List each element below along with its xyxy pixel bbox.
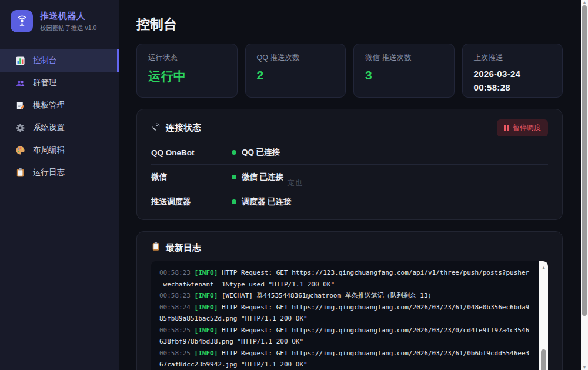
- main-content: 控制台 运行状态 运行中 QQ 推送次数 2 微信 推送次数 3 上次推送 20…: [119, 0, 581, 370]
- stat-card-qq-pushes: QQ 推送次数 2: [245, 44, 346, 98]
- log-time: 00:58:23: [159, 292, 191, 299]
- stats-row: 运行状态 运行中 QQ 推送次数 2 微信 推送次数 3 上次推送 2026-0…: [136, 44, 563, 98]
- pause-button-label: 暂停调度: [513, 123, 541, 133]
- log-line: 00:58:25 [INFO] HTTP Request: GET https:…: [159, 325, 530, 348]
- podcast-icon: [15, 14, 29, 29]
- log-scrollbar[interactable]: ▲: [539, 261, 548, 370]
- stat-card-wechat-pushes: 微信 推送次数 3: [353, 44, 455, 98]
- sidebar-item-label: 模板管理: [33, 100, 65, 111]
- log-time: 00:58:23: [159, 269, 191, 276]
- stat-card-run-status: 运行状态 运行中: [136, 44, 238, 98]
- stat-value: 2026-03-24 00:58:28: [474, 68, 552, 94]
- log-time: 00:58:25: [159, 349, 191, 357]
- users-icon: [15, 78, 25, 88]
- scroll-down-arrow-icon[interactable]: ▼: [581, 365, 588, 369]
- log-line: 00:58:23 [INFO] [WECHAT] 群44535448361@ch…: [159, 290, 530, 302]
- log-level: [INFO]: [195, 269, 218, 276]
- memo-icon: [15, 101, 25, 111]
- sidebar-item-dashboard[interactable]: 控制台: [0, 49, 119, 72]
- scroll-up-arrow-icon[interactable]: ▲: [581, 0, 588, 4]
- connection-status: 微信 已连接: [232, 172, 283, 182]
- latest-logs-panel: 最新日志 00:58:23 [INFO] HTTP Request: GET h…: [136, 231, 563, 370]
- stat-value: 运行中: [148, 68, 226, 85]
- log-level: [INFO]: [195, 349, 218, 357]
- stat-label: 上次推送: [474, 53, 552, 63]
- sidebar-item-templates[interactable]: 模板管理: [0, 94, 119, 116]
- log-level: [INFO]: [195, 292, 218, 299]
- clipboard-icon: [15, 168, 25, 178]
- window-scrollbar[interactable]: ▲ ▼: [581, 0, 588, 370]
- gear-icon: [15, 123, 25, 133]
- sidebar-item-layout-edit[interactable]: 布局编辑: [0, 139, 119, 161]
- log-line: 00:58:25 [INFO] HTTP Request: GET https:…: [159, 348, 530, 370]
- stat-label: 微信 推送次数: [365, 53, 443, 63]
- green-status-dot: [232, 150, 236, 155]
- log-line: 00:58:24 [INFO] HTTP Request: GET https:…: [159, 302, 530, 325]
- palette-icon: [15, 145, 25, 155]
- sidebar-item-label: 控制台: [33, 55, 57, 66]
- scroll-up-arrow-icon[interactable]: ▲: [539, 262, 548, 274]
- connection-panel-title: 连接状态: [166, 122, 201, 134]
- log-time: 00:58:24: [159, 304, 191, 311]
- log-level: [INFO]: [195, 304, 218, 311]
- connection-row-wechat: 微信 微信 已连接: [151, 165, 548, 189]
- connection-status-text: QQ 已连接: [242, 147, 280, 158]
- app-title-group: 推送机器人 校园圈帖子推送 v1.0: [40, 11, 96, 32]
- logs-panel-header: 最新日志: [151, 242, 548, 254]
- stat-value: 3: [365, 68, 443, 82]
- sidebar-item-settings[interactable]: 系统设置: [0, 116, 119, 139]
- bar-chart-icon: [15, 56, 25, 66]
- sidebar-item-label: 布局编辑: [33, 145, 65, 155]
- log-level: [INFO]: [195, 326, 218, 334]
- log-output[interactable]: 00:58:23 [INFO] HTTP Request: GET https:…: [151, 261, 548, 370]
- sidebar-menu: 控制台 群管理: [0, 44, 119, 184]
- logs-panel-title: 最新日志: [166, 242, 201, 254]
- connection-row-scheduler: 推送调度器 调度器 已连接: [151, 189, 548, 214]
- stat-card-last-push: 上次推送 2026-03-24 00:58:28: [462, 44, 563, 98]
- pause-icon: [504, 125, 506, 131]
- clipboard-icon: [151, 242, 161, 254]
- app-logo: [11, 10, 33, 32]
- stat-value: 2: [257, 68, 335, 82]
- sidebar-item-run-logs[interactable]: 运行日志: [0, 161, 119, 184]
- app-subtitle: 校园圈帖子推送 v1.0: [40, 24, 96, 32]
- connection-label: 推送调度器: [151, 196, 232, 207]
- last-push-time: 00:58:28: [474, 81, 552, 95]
- sidebar-item-label: 系统设置: [33, 122, 65, 133]
- connection-status: 调度器 已连接: [232, 196, 292, 207]
- satellite-icon: [151, 122, 161, 134]
- log-line: 00:58:23 [INFO] HTTP Request: GET https:…: [159, 267, 530, 290]
- log-scrollbar-thumb[interactable]: [541, 349, 546, 370]
- sidebar-item-label: 运行日志: [33, 167, 65, 178]
- connection-status-text: 微信 已连接: [242, 172, 283, 182]
- connection-status: QQ 已连接: [232, 147, 280, 158]
- app-logo-block: 推送机器人 校园圈帖子推送 v1.0: [0, 0, 119, 44]
- connection-label: 微信: [151, 172, 232, 182]
- connection-panel-header: 连接状态 暂停调度: [151, 119, 548, 136]
- last-push-date: 2026-03-24: [474, 68, 552, 81]
- pause-scheduler-button[interactable]: 暂停调度: [497, 119, 548, 136]
- stat-label: 运行状态: [148, 53, 226, 63]
- sidebar: 推送机器人 校园圈帖子推送 v1.0 控制台: [0, 0, 119, 370]
- connection-status-panel: 连接状态 暂停调度 QQ OneBot QQ 已连接 微信 微信 已连接: [136, 109, 563, 220]
- green-status-dot: [232, 199, 236, 204]
- connection-rows: QQ OneBot QQ 已连接 微信 微信 已连接 推送调度器 调度器 已连接: [151, 140, 548, 214]
- app-title: 推送机器人: [40, 11, 96, 22]
- page-title: 控制台: [136, 15, 563, 34]
- log-time: 00:58:25: [159, 326, 191, 334]
- connection-status-text: 调度器 已连接: [242, 196, 292, 207]
- connection-label: QQ OneBot: [151, 148, 232, 157]
- sidebar-item-label: 群管理: [33, 78, 57, 88]
- green-status-dot: [232, 175, 236, 179]
- window-scrollbar-thumb[interactable]: [582, 5, 587, 316]
- stat-label: QQ 推送次数: [257, 53, 335, 63]
- sidebar-item-groups[interactable]: 群管理: [0, 72, 119, 94]
- connection-row-qq-onebot: QQ OneBot QQ 已连接: [151, 140, 548, 165]
- log-message: [WECHAT] 群44535448361@chatroom 单条推送笔记（队列…: [222, 292, 435, 299]
